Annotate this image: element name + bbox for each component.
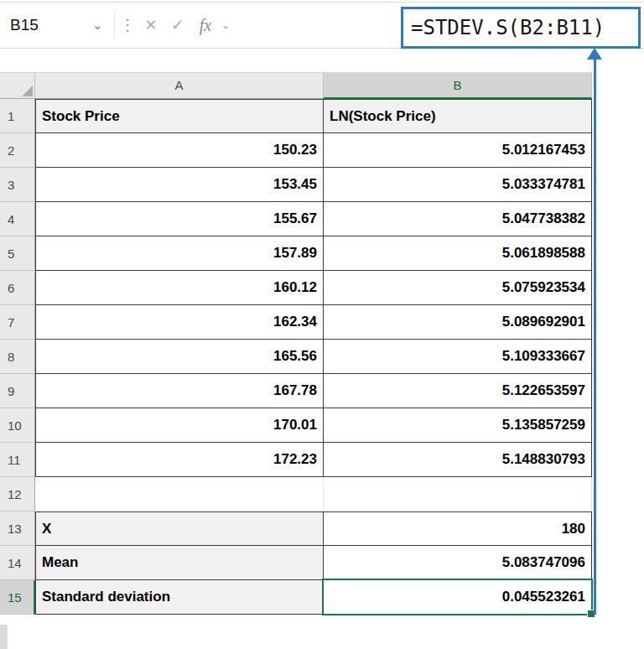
cell-A9[interactable]: 167.78 bbox=[35, 374, 324, 408]
annotation-arrow-line bbox=[594, 59, 596, 615]
formula-input[interactable]: =STDEV.S(B2:B11) bbox=[403, 9, 638, 46]
row-header-4[interactable]: 4 bbox=[0, 202, 35, 236]
cell-A11[interactable]: 172.23 bbox=[35, 443, 324, 477]
enter-icon[interactable]: ✓ bbox=[165, 3, 190, 48]
formula-bar-splitter-icon[interactable]: ⋮ bbox=[120, 3, 135, 48]
cancel-icon[interactable]: ✕ bbox=[139, 3, 163, 48]
cell-B11[interactable]: 5.148830793 bbox=[324, 443, 592, 477]
annotation-arrow-head-icon bbox=[587, 48, 602, 60]
cell-A10[interactable]: 170.01 bbox=[35, 408, 324, 443]
sheet-row-5: 5157.895.061898588 bbox=[0, 236, 592, 271]
name-box-divider bbox=[114, 11, 115, 39]
row-header-3[interactable]: 3 bbox=[0, 168, 35, 202]
row-header-12[interactable]: 12 bbox=[0, 477, 35, 511]
next-row-header-partial bbox=[0, 625, 8, 649]
cell-A12[interactable] bbox=[35, 477, 324, 511]
column-header-A[interactable]: A bbox=[35, 72, 324, 99]
name-box[interactable]: B15 bbox=[10, 3, 39, 48]
sheet-row-4: 4155.675.047738382 bbox=[0, 202, 592, 236]
sheet-row-10: 10170.015.135857259 bbox=[0, 408, 592, 443]
insert-function-icon[interactable]: fx bbox=[194, 3, 217, 48]
formula-highlight-box[interactable]: =STDEV.S(B2:B11) bbox=[401, 7, 641, 49]
cell-B12[interactable] bbox=[324, 477, 592, 511]
cell-B9[interactable]: 5.122653597 bbox=[324, 374, 592, 408]
cell-A7[interactable]: 162.34 bbox=[35, 305, 324, 340]
sheet-row-7: 7162.345.089692901 bbox=[0, 305, 592, 340]
cell-B3[interactable]: 5.033374781 bbox=[324, 168, 592, 202]
column-header-B[interactable]: B bbox=[324, 72, 592, 99]
row-header-14[interactable]: 14 bbox=[0, 546, 35, 580]
grid-body: 1Stock PriceLN(Stock Price)2150.235.0121… bbox=[0, 99, 592, 615]
cell-B13[interactable]: 180 bbox=[324, 511, 592, 546]
cell-A4[interactable]: 155.67 bbox=[35, 202, 324, 236]
name-box-dropdown-icon[interactable]: ⌄ bbox=[92, 3, 103, 48]
sheet-row-2: 2150.235.012167453 bbox=[0, 133, 592, 168]
cell-B8[interactable]: 5.109333667 bbox=[324, 340, 592, 374]
sheet-row-14: 14Mean5.083747096 bbox=[0, 546, 592, 580]
sheet-row-15: 15Standard deviation0.045523261 bbox=[0, 580, 592, 615]
cell-B5[interactable]: 5.061898588 bbox=[324, 236, 592, 271]
row-header-7[interactable]: 7 bbox=[0, 305, 35, 340]
cell-B15[interactable]: 0.045523261 bbox=[324, 580, 592, 615]
column-headers: A B bbox=[0, 72, 592, 99]
cell-A13[interactable]: X bbox=[35, 511, 324, 546]
row-header-11[interactable]: 11 bbox=[0, 443, 35, 477]
cell-A6[interactable]: 160.12 bbox=[35, 271, 324, 305]
row-header-6[interactable]: 6 bbox=[0, 271, 35, 305]
cell-A8[interactable]: 165.56 bbox=[35, 340, 324, 374]
cell-A2[interactable]: 150.23 bbox=[35, 133, 324, 168]
row-header-10[interactable]: 10 bbox=[0, 408, 35, 443]
cell-B7[interactable]: 5.089692901 bbox=[324, 305, 592, 340]
cell-B10[interactable]: 5.135857259 bbox=[324, 408, 592, 443]
sheet-grid: A B 1Stock PriceLN(Stock Price)2150.235.… bbox=[0, 72, 592, 615]
row-header-15[interactable]: 15 bbox=[0, 580, 35, 615]
row-header-1[interactable]: 1 bbox=[0, 99, 35, 133]
sheet-row-13: 13X180 bbox=[0, 511, 592, 546]
sheet-row-3: 3153.455.033374781 bbox=[0, 168, 592, 202]
spreadsheet-window: B15 ⌄ ⋮ ✕ ✓ fx ⌄ =STDEV.S(B2:B11) A B 1S… bbox=[0, 0, 644, 649]
cell-B4[interactable]: 5.047738382 bbox=[324, 202, 592, 236]
cell-A1[interactable]: Stock Price bbox=[35, 99, 324, 133]
fx-dropdown-icon[interactable]: ⌄ bbox=[219, 3, 232, 48]
cell-B14[interactable]: 5.083747096 bbox=[324, 546, 592, 580]
cell-A5[interactable]: 157.89 bbox=[35, 236, 324, 271]
cell-A14[interactable]: Mean bbox=[35, 546, 324, 580]
row-header-5[interactable]: 5 bbox=[0, 236, 35, 271]
sheet-row-6: 6160.125.075923534 bbox=[0, 271, 592, 305]
sheet-row-1: 1Stock PriceLN(Stock Price) bbox=[0, 99, 592, 133]
cell-B1[interactable]: LN(Stock Price) bbox=[324, 99, 592, 133]
cell-B6[interactable]: 5.075923534 bbox=[324, 271, 592, 305]
row-header-9[interactable]: 9 bbox=[0, 374, 35, 408]
sheet-row-8: 8165.565.109333667 bbox=[0, 340, 592, 374]
sheet-row-9: 9167.785.122653597 bbox=[0, 374, 592, 408]
sheet-row-12: 12 bbox=[0, 477, 592, 511]
sheet-row-11: 11172.235.148830793 bbox=[0, 443, 592, 477]
select-all-triangle-icon bbox=[22, 86, 33, 96]
cell-A3[interactable]: 153.45 bbox=[35, 168, 324, 202]
cell-B2[interactable]: 5.012167453 bbox=[324, 133, 592, 168]
select-all-corner[interactable] bbox=[0, 72, 35, 99]
row-header-8[interactable]: 8 bbox=[0, 340, 35, 374]
row-header-2[interactable]: 2 bbox=[0, 133, 35, 168]
cell-A15[interactable]: Standard deviation bbox=[35, 580, 324, 615]
row-header-13[interactable]: 13 bbox=[0, 511, 35, 546]
